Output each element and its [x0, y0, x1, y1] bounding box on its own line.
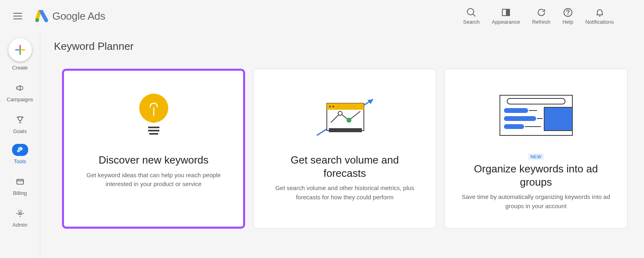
google-ads-logo-icon — [35, 10, 48, 22]
svg-rect-8 — [148, 127, 159, 128]
search-icon — [466, 8, 476, 17]
card-description: Get search volume and other historical m… — [270, 184, 419, 202]
card-title: Get search volume and forecasts — [270, 154, 420, 180]
card-search-volume[interactable]: Get search volume and forecasts Get sear… — [253, 69, 436, 229]
left-sidebar: Create Campaigns Goals Tools Billing Adm… — [0, 32, 40, 258]
product-name: Google Ads — [52, 10, 105, 23]
svg-point-0 — [35, 18, 39, 22]
svg-rect-9 — [148, 130, 159, 131]
organize-illustration — [492, 89, 580, 141]
hamburger-icon — [13, 13, 22, 19]
product-logo[interactable]: Google Ads — [35, 10, 105, 23]
card-organize-adgroups[interactable]: NEW Organize keywords into ad groups Sav… — [444, 69, 627, 229]
sidebar-item-tools[interactable]: Tools — [12, 144, 28, 164]
organize-icon — [492, 91, 580, 139]
sidebar-item-billing[interactable]: Billing — [12, 176, 28, 196]
trophy-icon — [16, 115, 25, 124]
menu-button[interactable] — [8, 6, 27, 26]
svg-rect-22 — [504, 116, 536, 121]
tools-label: Tools — [14, 158, 26, 164]
main-content: Keyword Planner Discover new keywords Ge… — [40, 32, 644, 258]
create-button[interactable] — [8, 38, 32, 61]
create-label: Create — [12, 65, 28, 71]
campaigns-label: Campaigns — [7, 96, 33, 102]
svg-rect-19 — [507, 98, 565, 104]
svg-rect-10 — [149, 133, 158, 135]
lightbulb-illustration — [136, 89, 172, 141]
billing-label: Billing — [13, 190, 27, 196]
app-header: Google Ads Search Appearance Refresh Hel… — [0, 0, 644, 32]
svg-point-6 — [19, 212, 21, 215]
svg-rect-15 — [329, 128, 362, 132]
notifications-label: Notifications — [585, 19, 614, 25]
svg-rect-21 — [504, 108, 528, 113]
new-badge: NEW — [528, 154, 544, 160]
bell-icon — [595, 8, 605, 17]
svg-rect-12 — [327, 103, 364, 110]
sidebar-item-campaigns[interactable]: Campaigns — [7, 82, 33, 102]
svg-point-4 — [568, 14, 568, 15]
help-button[interactable]: Help — [562, 8, 573, 25]
help-icon — [563, 8, 573, 17]
megaphone-icon — [15, 84, 24, 92]
gear-icon — [16, 209, 25, 218]
lightbulb-icon — [136, 91, 172, 139]
card-description: Save time by automatically organizing ke… — [462, 192, 611, 211]
card-icon — [16, 177, 25, 186]
appearance-icon — [501, 8, 511, 17]
svg-point-17 — [347, 118, 351, 123]
goals-label: Goals — [13, 128, 27, 134]
svg-rect-5 — [17, 180, 23, 184]
sidebar-item-admin[interactable]: Admin — [12, 207, 28, 228]
appearance-label: Appearance — [492, 19, 520, 25]
card-title: Discover new keywords — [99, 154, 208, 167]
svg-point-14 — [332, 106, 334, 107]
plus-icon — [15, 45, 25, 55]
card-discover-keywords[interactable]: Discover new keywords Get keyword ideas … — [62, 69, 245, 229]
sidebar-item-goals[interactable]: Goals — [12, 114, 28, 134]
chart-illustration — [309, 89, 381, 141]
svg-rect-20 — [544, 107, 572, 131]
chart-arrow-icon — [309, 91, 381, 139]
card-title: Organize keywords into ad groups — [461, 162, 611, 188]
appearance-button[interactable]: Appearance — [492, 8, 520, 25]
search-label: Search — [463, 19, 480, 25]
notifications-button[interactable]: Notifications — [585, 8, 614, 25]
svg-point-16 — [338, 111, 342, 115]
tools-icon — [16, 146, 24, 154]
svg-rect-23 — [504, 124, 524, 129]
option-cards: Discover new keywords Get keyword ideas … — [62, 69, 632, 229]
page-title: Keyword Planner — [54, 40, 632, 53]
refresh-icon — [537, 8, 546, 17]
refresh-button[interactable]: Refresh — [532, 8, 551, 25]
card-description: Get keyword ideas that can help you reac… — [79, 171, 228, 189]
svg-point-13 — [329, 106, 331, 107]
help-label: Help — [562, 19, 573, 25]
search-button[interactable]: Search — [463, 8, 480, 25]
refresh-label: Refresh — [532, 19, 551, 25]
admin-label: Admin — [12, 222, 27, 228]
svg-rect-2 — [506, 9, 510, 16]
